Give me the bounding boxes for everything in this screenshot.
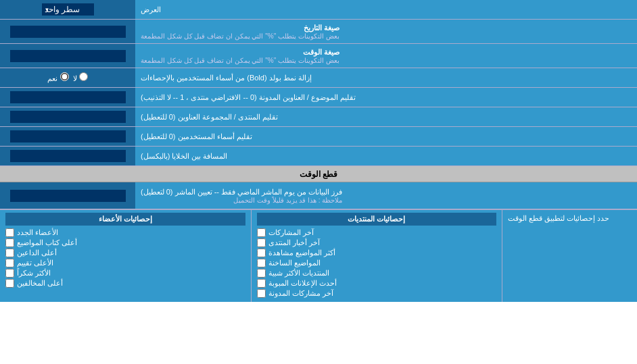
spacing-row: المسافة بين الخلايا (بالبكسل) 2 bbox=[0, 147, 637, 166]
username-count-label: تقليم أسماء المستخدمين (0 للتعطيل) bbox=[135, 127, 637, 146]
checkbox-item-top-violators: أعلى المخالفين bbox=[5, 279, 245, 288]
forum-count-input[interactable]: 33 bbox=[10, 111, 126, 123]
time-format-title: صيغة الوقت bbox=[141, 48, 339, 57]
cutoff-label-text: فرز البيانات من يوم الماشر الماضي فقط --… bbox=[141, 188, 342, 197]
username-count-row: تقليم أسماء المستخدمين (0 للتعطيل) 0 bbox=[0, 127, 637, 147]
checkbox-top-rated-label: الأعلى تقييم bbox=[17, 259, 53, 267]
checkbox-classified-ads-label: أحدث الإعلانات المبوبة bbox=[268, 279, 337, 288]
bold-radio-cell: نعم لا bbox=[0, 68, 135, 87]
bold-radio-group: نعم لا bbox=[47, 72, 87, 83]
checkbox-new-members-label: الأعضاء الجدد bbox=[17, 228, 58, 237]
bold-label: إزالة نمط بولد (Bold) من أسماء المستخدمي… bbox=[135, 68, 637, 87]
date-format-input-cell: d-m bbox=[0, 20, 135, 43]
spacing-label: المسافة بين الخلايا (بالبكسل) bbox=[135, 147, 637, 165]
checkbox-blog-posts-label: آخر مشاركات المدونة bbox=[268, 289, 333, 298]
cutoff-section-header-text: قطع الوقت bbox=[300, 170, 337, 179]
checkbox-forum-news-label: آخر أخبار المنتدى bbox=[268, 238, 320, 247]
checkbox-top-posters-label: أعلى كتاب المواضيع bbox=[17, 238, 77, 247]
checkbox-popular-forums[interactable] bbox=[257, 269, 266, 278]
spacing-input-cell: 2 bbox=[0, 147, 135, 165]
username-count-label-text: تقليم أسماء المستخدمين (0 للتعطيل) bbox=[141, 132, 252, 141]
radio-yes[interactable] bbox=[60, 72, 69, 81]
time-format-sublabel: بعض التكوينات يتطلب "%" التي يمكن ان تضا… bbox=[141, 57, 339, 64]
checkbox-item-top-posters: أعلى كتاب المواضيع bbox=[5, 238, 245, 247]
date-format-sublabel: بعض التكوينات يتطلب "%" التي يمكن ان تضا… bbox=[141, 32, 339, 40]
topic-count-row: تقليم الموضوع / العناوين المدونة (0 -- ا… bbox=[0, 88, 637, 107]
checkboxes-panel-members: إحصائيات الأعضاء الأعضاء الجدد أعلى كتاب… bbox=[0, 210, 251, 302]
display-select[interactable]: سطر واحد سطرين ثلاثة أسطر bbox=[42, 3, 94, 16]
checkbox-item-top-inviters: أعلى الداعين bbox=[5, 249, 245, 257]
forums-panel-header: إحصائيات المنتديات bbox=[257, 213, 497, 226]
checkbox-item-hot-topics: المواضيع الساخنة bbox=[257, 259, 497, 267]
radio-no-text: لا bbox=[73, 74, 77, 82]
cutoff-row: فرز البيانات من يوم الماشر الماضي فقط --… bbox=[0, 182, 637, 209]
date-format-title: صيغة التاريخ bbox=[141, 24, 339, 32]
forums-panel-header-text: إحصائيات المنتديات bbox=[348, 215, 405, 223]
limit-label-cell: حدد إحصائيات لتطبيق قطع الوقت bbox=[502, 210, 637, 302]
members-panel-header-text: إحصائيات الأعضاء bbox=[99, 215, 152, 223]
checkbox-item-new-members: الأعضاء الجدد bbox=[5, 228, 245, 237]
time-format-input-cell: H:i bbox=[0, 44, 135, 68]
radio-yes-label[interactable]: نعم bbox=[47, 72, 68, 83]
bold-label-text: إزالة نمط بولد (Bold) من أسماء المستخدمي… bbox=[141, 74, 312, 82]
checkbox-last-posts[interactable] bbox=[257, 228, 266, 237]
date-format-input[interactable]: d-m bbox=[10, 26, 126, 38]
checkbox-item-most-viewed: أكثر المواضيع مشاهدة bbox=[257, 249, 497, 257]
checkboxes-panel-forums: إحصائيات المنتديات آخر المشاركات آخر أخب… bbox=[251, 210, 502, 302]
checkbox-top-inviters-label: أعلى الداعين bbox=[17, 249, 57, 257]
time-format-input[interactable]: H:i bbox=[10, 50, 126, 62]
forum-count-row: تقليم المنتدى / المجموعة العناوين (0 للت… bbox=[0, 107, 637, 127]
checkbox-most-thanked[interactable] bbox=[5, 269, 14, 278]
display-label: العرض bbox=[135, 0, 637, 19]
radio-yes-text: نعم bbox=[47, 74, 57, 82]
display-label-text: العرض bbox=[141, 5, 161, 14]
checkbox-item-blog-posts: آخر مشاركات المدونة bbox=[257, 289, 497, 298]
cutoff-input-cell: 0 bbox=[0, 182, 135, 209]
topic-count-input[interactable]: 33 bbox=[10, 91, 126, 103]
checkbox-item-most-thanked: الأكثر شكراً bbox=[5, 269, 245, 278]
checkbox-new-members[interactable] bbox=[5, 228, 14, 237]
cutoff-label: فرز البيانات من يوم الماشر الماضي فقط --… bbox=[135, 182, 637, 209]
display-select-cell: سطر واحد سطرين ثلاثة أسطر bbox=[0, 0, 135, 19]
checkbox-top-inviters[interactable] bbox=[5, 249, 14, 257]
spacing-label-text: المسافة بين الخلايا (بالبكسل) bbox=[141, 152, 228, 161]
checkbox-top-violators-label: أعلى المخالفين bbox=[17, 279, 63, 288]
checkbox-most-viewed-label: أكثر المواضيع مشاهدة bbox=[268, 249, 335, 257]
checkbox-forum-news[interactable] bbox=[257, 238, 266, 247]
cutoff-input[interactable]: 0 bbox=[10, 190, 126, 202]
checkbox-most-viewed[interactable] bbox=[257, 249, 266, 257]
checkbox-top-posters[interactable] bbox=[5, 238, 14, 247]
limit-label-text: حدد إحصائيات لتطبيق قطع الوقت bbox=[508, 214, 609, 223]
checkbox-item-forum-news: آخر أخبار المنتدى bbox=[257, 238, 497, 247]
topic-count-label-text: تقليم الموضوع / العناوين المدونة (0 -- ا… bbox=[141, 93, 356, 102]
spacing-input[interactable]: 2 bbox=[10, 150, 126, 162]
checkbox-hot-topics[interactable] bbox=[257, 259, 266, 267]
checkbox-item-top-rated: الأعلى تقييم bbox=[5, 259, 245, 267]
username-count-input[interactable]: 0 bbox=[10, 130, 126, 142]
checkbox-popular-forums-label: المنتديات الأكثر شبية bbox=[268, 269, 329, 278]
checkboxes-section: حدد إحصائيات لتطبيق قطع الوقت إحصائيات ا… bbox=[0, 209, 637, 302]
display-row: العرض سطر واحد سطرين ثلاثة أسطر bbox=[0, 0, 637, 20]
select-wrapper[interactable]: سطر واحد سطرين ثلاثة أسطر bbox=[42, 3, 94, 16]
forum-count-label: تقليم المنتدى / المجموعة العناوين (0 للت… bbox=[135, 107, 637, 126]
checkbox-top-violators[interactable] bbox=[5, 279, 14, 288]
checkbox-top-rated[interactable] bbox=[5, 259, 14, 267]
time-format-label: صيغة الوقت بعض التكوينات يتطلب "%" التي … bbox=[135, 44, 637, 68]
date-format-label: صيغة التاريخ بعض التكوينات يتطلب "%" الت… bbox=[135, 20, 637, 43]
bold-row: إزالة نمط بولد (Bold) من أسماء المستخدمي… bbox=[0, 68, 637, 88]
checkbox-last-posts-label: آخر المشاركات bbox=[268, 228, 314, 237]
radio-no[interactable] bbox=[79, 72, 88, 81]
members-panel-header: إحصائيات الأعضاء bbox=[5, 213, 245, 226]
checkbox-classified-ads[interactable] bbox=[257, 279, 266, 288]
topic-count-input-cell: 33 bbox=[0, 88, 135, 107]
checkbox-item-popular-forums: المنتديات الأكثر شبية bbox=[257, 269, 497, 278]
page-wrapper: العرض سطر واحد سطرين ثلاثة أسطر صيغة الت… bbox=[0, 0, 637, 302]
checkbox-most-thanked-label: الأكثر شكراً bbox=[17, 269, 51, 278]
cutoff-section-header: قطع الوقت bbox=[0, 166, 637, 182]
forum-count-input-cell: 33 bbox=[0, 107, 135, 126]
username-count-input-cell: 0 bbox=[0, 127, 135, 146]
checkbox-blog-posts[interactable] bbox=[257, 289, 266, 298]
cutoff-note: ملاحظة : هذا قد يزيد قليلاً وقت التحميل bbox=[141, 197, 342, 204]
checkbox-item-last-posts: آخر المشاركات bbox=[257, 228, 497, 237]
radio-no-label[interactable]: لا bbox=[73, 72, 88, 83]
